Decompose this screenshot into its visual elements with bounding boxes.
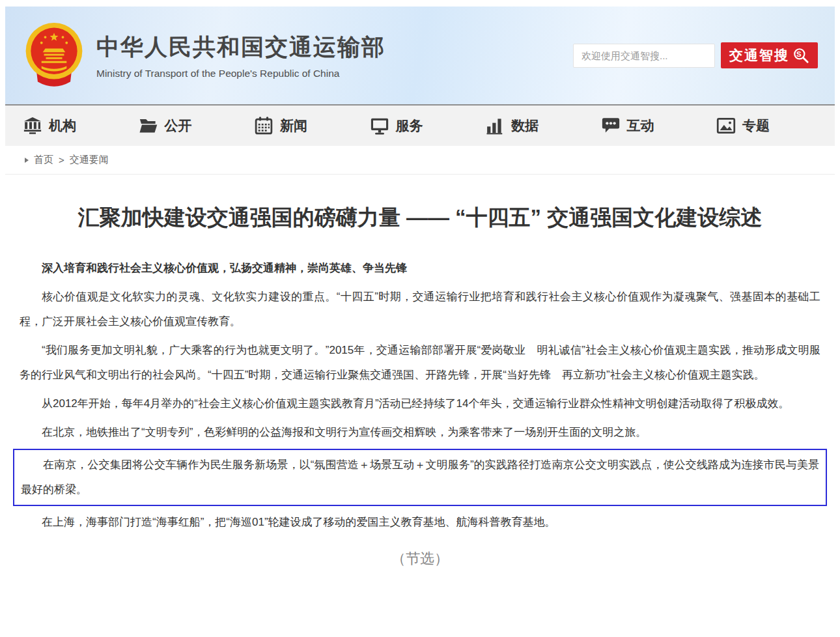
calendar-icon — [254, 116, 273, 135]
nav-label: 新闻 — [280, 117, 307, 135]
monitor-icon — [370, 116, 389, 135]
nav-item-institutions[interactable]: 机构 — [23, 116, 76, 135]
nav-item-interaction[interactable]: 互动 — [601, 116, 654, 135]
article-highlighted-paragraph: 在南京，公交集团将公交车辆作为民生服务新场景，以“氛围营造＋场景互动＋文明服务”… — [21, 453, 819, 502]
article-paragraph: “我们服务更加文明礼貌，广大乘客的行为也就更文明了。”2015年，交通运输部部署… — [20, 338, 820, 388]
site-title: 中华人民共和国交通运输部 — [96, 32, 385, 63]
article-paragraph: 从2012年开始，每年4月举办的“社会主义核心价值观主题实践教育月”活动已经持续… — [20, 391, 820, 416]
breadcrumb-current-link[interactable]: 交通要闻 — [70, 154, 109, 166]
breadcrumb-separator: > — [59, 154, 64, 165]
speech-bubble-icon — [601, 116, 621, 135]
smart-search-button-label: 交通智搜 — [729, 46, 789, 64]
smart-search-button[interactable]: 交通智搜 S — [721, 42, 818, 68]
article-paragraph: 在北京，地铁推出了“文明专列”，色彩鲜明的公益海报和文明行为宣传画交相辉映，为乘… — [20, 420, 820, 445]
bank-icon — [23, 116, 42, 135]
svg-text:S: S — [796, 50, 803, 58]
breadcrumb-home-link[interactable]: 首页 — [34, 154, 53, 166]
magnifier-s-icon: S — [792, 47, 809, 64]
search-input[interactable] — [573, 44, 715, 68]
breadcrumb: 首页 > 交通要闻 — [5, 146, 835, 175]
article: 汇聚加快建设交通强国的磅礴力量 —— “十四五” 交通强国文化建设综述 深入培育… — [0, 203, 840, 569]
nav-label: 专题 — [742, 117, 770, 135]
breadcrumb-arrow-icon — [25, 158, 29, 163]
nav-label: 公开 — [165, 117, 192, 135]
site-subtitle: Ministry of Transport of the People's Re… — [96, 68, 385, 79]
nav-label: 互动 — [627, 117, 654, 135]
article-lead-paragraph: 深入培育和践行社会主义核心价值观，弘扬交通精神，崇尚英雄、争当先锋 — [20, 256, 820, 281]
nav-item-data[interactable]: 数据 — [485, 116, 539, 135]
search-area: 交通智搜 S — [573, 42, 818, 68]
site-identity: 中华人民共和国交通运输部 Ministry of Transport of th… — [96, 32, 385, 79]
page: 中华人民共和国交通运输部 Ministry of Transport of th… — [0, 0, 840, 637]
folder-icon — [139, 116, 158, 135]
article-closing-paragraph: 在上海，海事部门打造“海事红船”，把“海巡01”轮建设成了移动的爱国主义教育基地… — [20, 510, 820, 535]
china-national-emblem-icon — [22, 21, 86, 90]
nav-item-services[interactable]: 服务 — [370, 116, 423, 135]
article-title: 汇聚加快建设交通强国的磅礴力量 —— “十四五” 交通强国文化建设综述 — [20, 203, 820, 233]
nav-label: 服务 — [396, 117, 423, 135]
nav-item-disclosure[interactable]: 公开 — [139, 116, 192, 135]
header-banner: 中华人民共和国交通运输部 Ministry of Transport of th… — [5, 7, 835, 104]
article-paragraph: 核心价值观是文化软实力的灵魂、文化软实力建设的重点。“十四五”时期，交通运输行业… — [20, 285, 820, 334]
nav-label: 数据 — [511, 117, 539, 135]
nav-label: 机构 — [49, 117, 76, 135]
bar-chart-icon — [485, 116, 505, 135]
main-nav: 机构 公开 新闻 — [5, 104, 835, 146]
highlight-annotation-box: 在南京，公交集团将公交车辆作为民生服务新场景，以“氛围营造＋场景互动＋文明服务”… — [13, 449, 827, 506]
excerpt-note: （节选） — [20, 549, 820, 569]
nav-item-topics[interactable]: 专题 — [716, 116, 770, 135]
nav-item-news[interactable]: 新闻 — [254, 116, 307, 135]
picture-icon — [716, 116, 736, 135]
